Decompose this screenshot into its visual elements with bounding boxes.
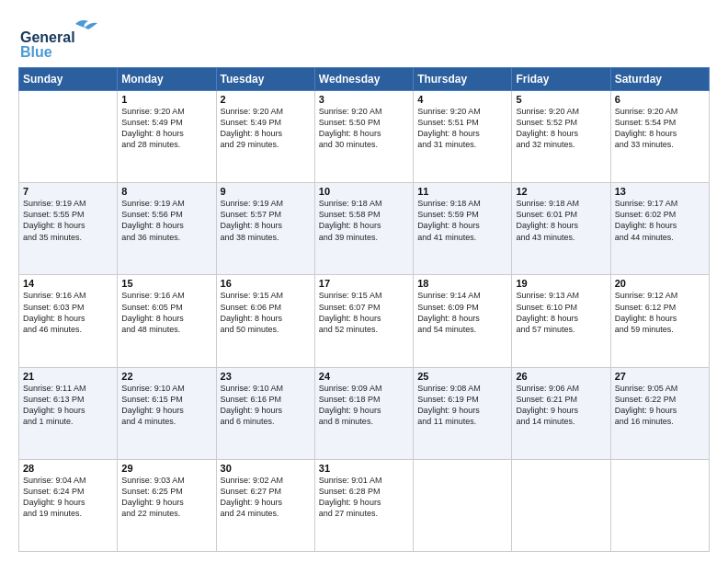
day-header-saturday: Saturday [610, 68, 709, 91]
calendar-cell: 5Sunrise: 9:20 AMSunset: 5:52 PMDaylight… [512, 91, 610, 183]
day-number: 1 [121, 94, 211, 105]
calendar-cell: 28Sunrise: 9:04 AMSunset: 6:24 PMDayligh… [19, 459, 118, 551]
calendar-cell [19, 91, 118, 183]
day-number: 25 [417, 371, 507, 382]
day-info: Sunrise: 9:10 AMSunset: 6:15 PMDaylight:… [121, 383, 211, 428]
day-info: Sunrise: 9:02 AMSunset: 6:27 PMDaylight:… [221, 475, 311, 520]
calendar-cell: 18Sunrise: 9:14 AMSunset: 6:09 PMDayligh… [414, 275, 512, 367]
calendar-cell: 19Sunrise: 9:13 AMSunset: 6:10 PMDayligh… [512, 275, 610, 367]
day-number: 7 [23, 186, 113, 197]
day-info: Sunrise: 9:16 AMSunset: 6:05 PMDaylight:… [121, 290, 211, 335]
calendar-cell: 8Sunrise: 9:19 AMSunset: 5:56 PMDaylight… [118, 183, 216, 275]
calendar-cell: 31Sunrise: 9:01 AMSunset: 6:28 PMDayligh… [314, 459, 413, 551]
day-number: 22 [121, 371, 211, 382]
calendar-cell: 3Sunrise: 9:20 AMSunset: 5:50 PMDaylight… [314, 91, 413, 183]
calendar-cell: 17Sunrise: 9:15 AMSunset: 6:07 PMDayligh… [314, 275, 413, 367]
calendar-cell [512, 459, 610, 551]
day-number: 24 [319, 371, 409, 382]
day-info: Sunrise: 9:12 AMSunset: 6:12 PMDaylight:… [615, 290, 705, 335]
day-number: 8 [121, 186, 211, 197]
calendar-cell [414, 459, 512, 551]
day-info: Sunrise: 9:13 AMSunset: 6:10 PMDaylight:… [516, 290, 606, 335]
day-number: 29 [121, 463, 211, 474]
day-info: Sunrise: 9:09 AMSunset: 6:18 PMDaylight:… [319, 383, 409, 428]
day-info: Sunrise: 9:20 AMSunset: 5:49 PMDaylight:… [221, 106, 311, 151]
day-number: 28 [23, 463, 113, 474]
calendar-cell: 20Sunrise: 9:12 AMSunset: 6:12 PMDayligh… [610, 275, 709, 367]
day-number: 27 [615, 371, 705, 382]
calendar-cell: 26Sunrise: 9:06 AMSunset: 6:21 PMDayligh… [512, 367, 610, 459]
day-info: Sunrise: 9:10 AMSunset: 6:16 PMDaylight:… [221, 383, 311, 428]
svg-text:General: General [20, 29, 75, 45]
calendar-week-4: 21Sunrise: 9:11 AMSunset: 6:13 PMDayligh… [19, 367, 710, 459]
day-info: Sunrise: 9:08 AMSunset: 6:19 PMDaylight:… [417, 383, 507, 428]
calendar-cell: 6Sunrise: 9:20 AMSunset: 5:54 PMDaylight… [610, 91, 709, 183]
calendar-header-row: SundayMondayTuesdayWednesdayThursdayFrid… [19, 68, 710, 91]
day-number: 15 [121, 278, 211, 289]
day-info: Sunrise: 9:11 AMSunset: 6:13 PMDaylight:… [23, 383, 113, 428]
day-info: Sunrise: 9:17 AMSunset: 6:02 PMDaylight:… [615, 198, 705, 243]
day-number: 16 [221, 278, 311, 289]
day-info: Sunrise: 9:20 AMSunset: 5:54 PMDaylight:… [615, 106, 705, 151]
day-info: Sunrise: 9:20 AMSunset: 5:50 PMDaylight:… [319, 106, 409, 151]
day-info: Sunrise: 9:15 AMSunset: 6:07 PMDaylight:… [319, 290, 409, 335]
calendar-table: SundayMondayTuesdayWednesdayThursdayFrid… [18, 67, 710, 552]
calendar-cell: 12Sunrise: 9:18 AMSunset: 6:01 PMDayligh… [512, 183, 610, 275]
day-number: 10 [319, 186, 409, 197]
day-number: 6 [615, 94, 705, 105]
calendar-cell: 13Sunrise: 9:17 AMSunset: 6:02 PMDayligh… [610, 183, 709, 275]
day-info: Sunrise: 9:18 AMSunset: 5:59 PMDaylight:… [417, 198, 507, 243]
day-info: Sunrise: 9:15 AMSunset: 6:06 PMDaylight:… [221, 290, 311, 335]
day-number: 23 [221, 371, 311, 382]
day-number: 14 [23, 278, 113, 289]
day-info: Sunrise: 9:14 AMSunset: 6:09 PMDaylight:… [417, 290, 507, 335]
day-number: 13 [615, 186, 705, 197]
calendar-cell: 14Sunrise: 9:16 AMSunset: 6:03 PMDayligh… [19, 275, 118, 367]
day-number: 30 [221, 463, 311, 474]
calendar-cell: 15Sunrise: 9:16 AMSunset: 6:05 PMDayligh… [118, 275, 216, 367]
day-number: 17 [319, 278, 409, 289]
day-header-tuesday: Tuesday [216, 68, 314, 91]
day-info: Sunrise: 9:18 AMSunset: 6:01 PMDaylight:… [516, 198, 606, 243]
day-info: Sunrise: 9:18 AMSunset: 5:58 PMDaylight:… [319, 198, 409, 243]
calendar-week-3: 14Sunrise: 9:16 AMSunset: 6:03 PMDayligh… [19, 275, 710, 367]
calendar-cell: 2Sunrise: 9:20 AMSunset: 5:49 PMDaylight… [216, 91, 314, 183]
day-info: Sunrise: 9:20 AMSunset: 5:51 PMDaylight:… [417, 106, 507, 151]
day-info: Sunrise: 9:19 AMSunset: 5:57 PMDaylight:… [221, 198, 311, 243]
day-info: Sunrise: 9:19 AMSunset: 5:55 PMDaylight:… [23, 198, 113, 243]
day-number: 4 [417, 94, 507, 105]
calendar-cell: 7Sunrise: 9:19 AMSunset: 5:55 PMDaylight… [19, 183, 118, 275]
calendar-cell: 1Sunrise: 9:20 AMSunset: 5:49 PMDaylight… [118, 91, 216, 183]
day-info: Sunrise: 9:04 AMSunset: 6:24 PMDaylight:… [23, 475, 113, 520]
calendar-week-2: 7Sunrise: 9:19 AMSunset: 5:55 PMDaylight… [19, 183, 710, 275]
calendar-cell: 4Sunrise: 9:20 AMSunset: 5:51 PMDaylight… [414, 91, 512, 183]
calendar-cell: 30Sunrise: 9:02 AMSunset: 6:27 PMDayligh… [216, 459, 314, 551]
calendar-cell: 9Sunrise: 9:19 AMSunset: 5:57 PMDaylight… [216, 183, 314, 275]
day-number: 5 [516, 94, 606, 105]
calendar-week-1: 1Sunrise: 9:20 AMSunset: 5:49 PMDaylight… [19, 91, 710, 183]
day-info: Sunrise: 9:20 AMSunset: 5:49 PMDaylight:… [121, 106, 211, 151]
day-number: 18 [417, 278, 507, 289]
logo: General Blue [18, 17, 119, 58]
day-number: 21 [23, 371, 113, 382]
day-number: 31 [319, 463, 409, 474]
calendar-week-5: 28Sunrise: 9:04 AMSunset: 6:24 PMDayligh… [19, 459, 710, 551]
day-number: 3 [319, 94, 409, 105]
day-number: 12 [516, 186, 606, 197]
svg-text:Blue: Blue [20, 44, 52, 58]
calendar-cell [610, 459, 709, 551]
day-header-thursday: Thursday [414, 68, 512, 91]
day-number: 9 [221, 186, 311, 197]
day-number: 2 [221, 94, 311, 105]
page: General Blue SundayMondayTuesdayWednesda… [0, 0, 728, 563]
calendar-cell: 21Sunrise: 9:11 AMSunset: 6:13 PMDayligh… [19, 367, 118, 459]
day-info: Sunrise: 9:05 AMSunset: 6:22 PMDaylight:… [615, 383, 705, 428]
day-number: 11 [417, 186, 507, 197]
logo-svg: General Blue [18, 17, 119, 58]
day-header-friday: Friday [512, 68, 610, 91]
day-info: Sunrise: 9:03 AMSunset: 6:25 PMDaylight:… [121, 475, 211, 520]
calendar-cell: 10Sunrise: 9:18 AMSunset: 5:58 PMDayligh… [314, 183, 413, 275]
calendar-cell: 24Sunrise: 9:09 AMSunset: 6:18 PMDayligh… [314, 367, 413, 459]
day-info: Sunrise: 9:20 AMSunset: 5:52 PMDaylight:… [516, 106, 606, 151]
day-header-monday: Monday [118, 68, 216, 91]
